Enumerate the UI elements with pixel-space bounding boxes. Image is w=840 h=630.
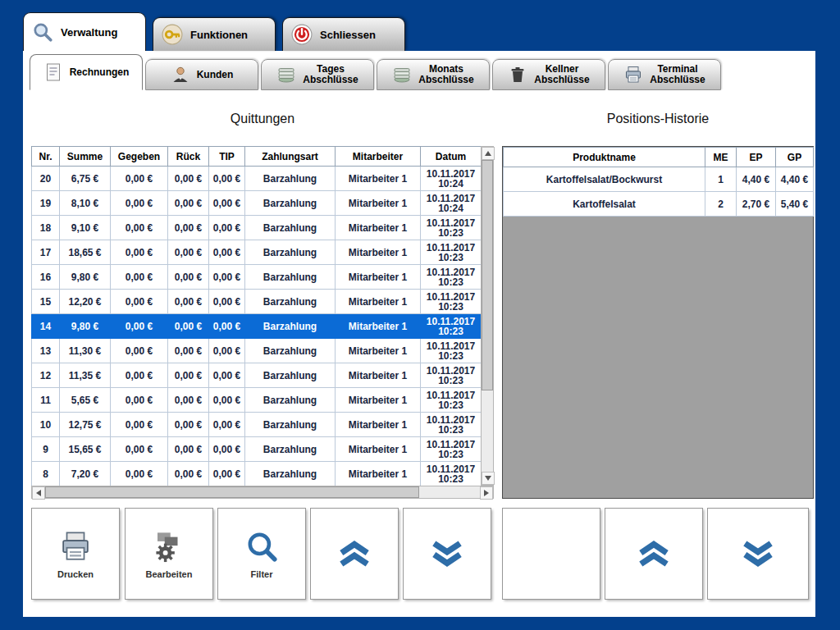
- positions-page-down-button[interactable]: [707, 508, 809, 600]
- cell: Mitarbeiter 1: [336, 413, 421, 437]
- button-label: Drucken: [57, 569, 94, 579]
- sub-tab-kellner-abschluesse[interactable]: KellnerAbschlüsse: [492, 59, 605, 90]
- cell: 10: [32, 413, 60, 437]
- scroll-right-arrow-icon[interactable]: [480, 486, 493, 500]
- cell: 0,00 €: [111, 413, 168, 437]
- cell: 0,00 €: [111, 363, 168, 388]
- vertical-scrollbar-thumb[interactable]: [482, 160, 493, 390]
- positions-page-up-button[interactable]: [605, 508, 703, 600]
- key-icon: [162, 24, 183, 45]
- receipt-row[interactable]: 149,80 €0,00 €0,00 €0,00 €BarzahlungMita…: [32, 314, 482, 339]
- cell: 6,75 €: [60, 167, 111, 191]
- person-icon: [171, 65, 190, 84]
- positions-blank-button[interactable]: [502, 508, 600, 600]
- receipt-row[interactable]: 1512,20 €0,00 €0,00 €0,00 €BarzahlungMit…: [32, 290, 482, 314]
- receipt-row[interactable]: 206,75 €0,00 €0,00 €0,00 €BarzahlungMita…: [32, 167, 482, 191]
- receipts-page-down-button[interactable]: [403, 508, 491, 600]
- scroll-left-arrow-icon[interactable]: [32, 486, 45, 500]
- top-tab-label: Schliessen: [320, 29, 376, 41]
- cell-datum: 10.11.201710:23: [421, 437, 482, 462]
- cell: 14: [32, 314, 60, 339]
- receipt-row[interactable]: 198,10 €0,00 €0,00 €0,00 €BarzahlungMita…: [32, 191, 482, 216]
- sub-tab-terminal-abschluesse[interactable]: TerminalAbschlüsse: [608, 59, 721, 90]
- positions-table[interactable]: ProduktnameMEEPGP Kartoffelsalat/Bockwur…: [503, 147, 814, 217]
- cell: Barzahlung: [245, 191, 336, 216]
- cell: 18: [32, 216, 60, 240]
- cell: 0,00 €: [209, 216, 245, 240]
- column-header: ME: [705, 148, 737, 167]
- sub-tab-label: MonatsAbschlüsse: [418, 64, 473, 85]
- button-label: Filter: [251, 569, 273, 579]
- position-row[interactable]: Kartoffelsalat22,70 €5,40 €: [504, 192, 814, 217]
- receipts-table[interactable]: Nr.SummeGegebenRückTIPZahlungsartMitarbe…: [31, 146, 482, 486]
- cell: 0,00 €: [209, 388, 245, 413]
- sub-tab-tages-abschluesse[interactable]: TagesAbschlüsse: [261, 59, 374, 90]
- column-header: TIP: [209, 147, 245, 167]
- receipt-row[interactable]: 1211,35 €0,00 €0,00 €0,00 €BarzahlungMit…: [32, 363, 482, 388]
- receipt-row[interactable]: 1012,75 €0,00 €0,00 €0,00 €BarzahlungMit…: [32, 413, 482, 437]
- sub-tab-label: Rechnungen: [70, 67, 130, 78]
- cell: 0,00 €: [209, 437, 245, 462]
- chevron-double-down-icon: [428, 536, 466, 571]
- receipts-vertical-scrollbar[interactable]: [481, 146, 494, 486]
- receipts-horizontal-scrollbar[interactable]: [31, 486, 494, 499]
- cell: Mitarbeiter 1: [336, 265, 421, 290]
- cell: 12,20 €: [60, 290, 111, 314]
- cell: 0,00 €: [111, 290, 168, 314]
- cell: Barzahlung: [245, 265, 336, 290]
- sub-tab-monats-abschluesse[interactable]: MonatsAbschlüsse: [377, 59, 490, 90]
- receipt-row[interactable]: 87,20 €0,00 €0,00 €0,00 €BarzahlungMitar…: [32, 462, 482, 486]
- top-tab-schliessen[interactable]: Schliessen: [282, 17, 405, 51]
- drucken-button[interactable]: Drucken: [31, 508, 120, 600]
- chevron-double-down-icon: [739, 536, 777, 571]
- position-row[interactable]: Kartoffelsalat/Bockwurst14,40 €4,40 €: [504, 167, 814, 192]
- cell: 13: [32, 339, 60, 363]
- sub-tab-rechnungen[interactable]: Rechnungen: [30, 54, 143, 90]
- column-header: Gegeben: [111, 147, 168, 167]
- cell: 7,20 €: [60, 462, 111, 486]
- cell: 0,00 €: [168, 240, 209, 265]
- cell: 17: [32, 240, 60, 265]
- receipt-row[interactable]: 1718,65 €0,00 €0,00 €0,00 €BarzahlungMit…: [32, 240, 482, 265]
- top-tab-funktionen[interactable]: Funktionen: [153, 17, 276, 51]
- column-header: Produktname: [504, 148, 705, 167]
- receipt-row[interactable]: 115,65 €0,00 €0,00 €0,00 €BarzahlungMita…: [32, 388, 482, 413]
- receipts-page-up-button[interactable]: [310, 508, 399, 600]
- cell: 8,10 €: [60, 191, 111, 216]
- scroll-down-arrow-icon[interactable]: [482, 472, 495, 485]
- cell: Mitarbeiter 1: [336, 191, 421, 216]
- receipt-row[interactable]: 189,10 €0,00 €0,00 €0,00 €BarzahlungMita…: [32, 216, 482, 240]
- top-tab-verwaltung[interactable]: Verwaltung: [23, 12, 146, 51]
- column-header: EP: [737, 148, 776, 167]
- cell: Barzahlung: [245, 216, 336, 240]
- cell-datum: 10.11.201710:23: [421, 265, 482, 290]
- sub-tab-label: KellnerAbschlüsse: [534, 64, 589, 85]
- bearbeiten-button[interactable]: Bearbeiten: [125, 508, 213, 600]
- cell: 0,00 €: [168, 290, 209, 314]
- cell: 5,65 €: [60, 388, 111, 413]
- sub-tab-kunden[interactable]: Kunden: [145, 59, 258, 90]
- cell: Mitarbeiter 1: [336, 167, 421, 191]
- scroll-up-arrow-icon[interactable]: [482, 147, 495, 160]
- cell: Mitarbeiter 1: [336, 388, 421, 413]
- positions-title: Positions-Historie: [502, 112, 814, 126]
- vertical-scrollbar-track[interactable]: [482, 160, 493, 472]
- cell: 12,75 €: [60, 413, 111, 437]
- cell-datum: 10.11.201710:23: [421, 462, 482, 486]
- positions-header-row: ProduktnameMEEPGP: [504, 148, 814, 167]
- receipt-row[interactable]: 1311,30 €0,00 €0,00 €0,00 €BarzahlungMit…: [32, 339, 482, 363]
- cell: 0,00 €: [111, 314, 168, 339]
- filter-button[interactable]: Filter: [217, 508, 306, 600]
- horizontal-scrollbar-track[interactable]: [45, 486, 480, 498]
- cell: Mitarbeiter 1: [336, 314, 421, 339]
- cell: 0,00 €: [209, 314, 245, 339]
- cell: 0,00 €: [168, 265, 209, 290]
- cell: 0,00 €: [168, 388, 209, 413]
- cell: 0,00 €: [209, 413, 245, 437]
- receipt-row[interactable]: 169,80 €0,00 €0,00 €0,00 €BarzahlungMita…: [32, 265, 482, 290]
- cell: 15: [32, 290, 60, 314]
- horizontal-scrollbar-thumb[interactable]: [45, 486, 419, 498]
- edit-gear-icon: [150, 529, 188, 564]
- receipt-row[interactable]: 915,65 €0,00 €0,00 €0,00 €BarzahlungMita…: [32, 437, 482, 462]
- power-icon: [291, 24, 313, 45]
